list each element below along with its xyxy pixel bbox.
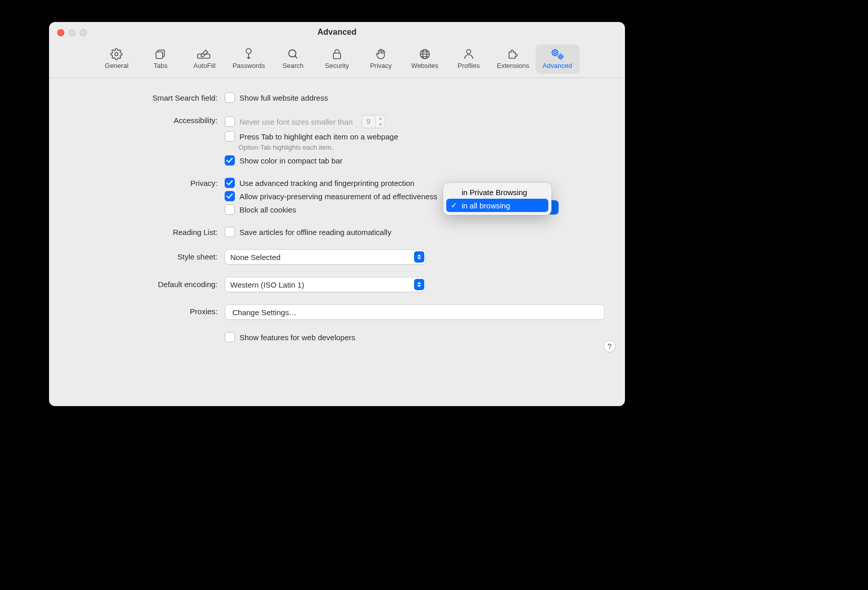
svg-point-13 [467, 50, 471, 54]
tabs-icon [154, 48, 166, 61]
pencil-field-icon [197, 48, 212, 61]
close-window-button[interactable] [57, 29, 64, 36]
min-font-size-stepper[interactable]: 9 ▴▾ [361, 115, 385, 128]
show-full-url-text: Show full website address [239, 93, 328, 102]
press-tab-text: Press Tab to highlight each item on a we… [239, 132, 398, 141]
save-offline-text: Save articles for offline reading automa… [239, 228, 391, 237]
style-sheet-label: Style sheet: [69, 249, 225, 261]
show-color-text: Show color in compact tab bar [239, 156, 343, 165]
titlebar: Advanced [49, 22, 625, 42]
tracking-mode-option-private[interactable]: in Private Browsing [446, 186, 548, 199]
question-mark-icon: ? [608, 342, 612, 350]
svg-point-0 [115, 53, 118, 56]
preferences-toolbar: General Tabs AutoFill Passwords [49, 42, 625, 74]
traffic-lights [57, 29, 87, 36]
checkmark-icon [450, 188, 457, 197]
min-font-size-value: 9 [362, 117, 375, 126]
tab-profiles[interactable]: Profiles [447, 44, 491, 74]
press-tab-checkbox[interactable] [225, 131, 235, 141]
svg-point-15 [552, 50, 558, 56]
style-sheet-select[interactable]: None Selected [225, 249, 426, 265]
default-encoding-label: Default encoding: [69, 277, 225, 289]
gear-icon [110, 48, 123, 61]
zoom-window-button[interactable] [80, 29, 87, 36]
svg-line-6 [295, 56, 297, 59]
option-tab-hint: Option-Tab highlights each item. [238, 144, 605, 151]
dev-features-text: Show features for web developers [239, 333, 355, 342]
ad-measurement-checkbox[interactable] [225, 191, 235, 201]
lock-icon [331, 48, 343, 61]
show-full-url-checkbox[interactable] [225, 92, 235, 103]
style-sheet-value: None Selected [230, 253, 280, 262]
reading-list-label: Reading List: [69, 227, 225, 237]
svg-rect-7 [333, 53, 341, 59]
svg-point-4 [246, 49, 251, 54]
tab-passwords[interactable]: Passwords [226, 44, 271, 74]
chevrons-icon [414, 251, 424, 263]
default-encoding-value: Western (ISO Latin 1) [230, 280, 304, 289]
advanced-tracking-checkbox[interactable] [225, 178, 235, 188]
show-color-checkbox[interactable] [225, 155, 235, 166]
svg-point-14 [553, 52, 556, 54]
tab-websites[interactable]: Websites [403, 44, 447, 74]
tracking-mode-menu: in Private Browsing ✓ in all browsing [443, 183, 551, 215]
checkmark-icon: ✓ [450, 201, 457, 210]
key-icon [243, 48, 254, 61]
svg-point-17 [558, 55, 562, 59]
tab-general[interactable]: General [94, 44, 138, 74]
svg-point-5 [288, 50, 296, 57]
puzzle-icon [507, 48, 519, 61]
help-button[interactable]: ? [604, 340, 616, 352]
option-text: in Private Browsing [462, 188, 527, 197]
advanced-tracking-text: Use advanced tracking and fingerprinting… [239, 179, 415, 187]
person-icon [463, 48, 474, 61]
window-title: Advanced [49, 28, 625, 37]
proxies-label: Proxies: [69, 304, 225, 316]
preferences-window: Advanced General Tabs AutoFill [49, 22, 625, 406]
block-cookies-text: Block all cookies [239, 205, 296, 214]
advanced-pane: Smart Search field: Show full website ad… [49, 78, 625, 360]
svg-point-16 [560, 56, 562, 58]
tracking-mode-option-all[interactable]: ✓ in all browsing [446, 199, 548, 212]
tab-privacy[interactable]: Privacy [359, 44, 403, 74]
svg-rect-2 [156, 52, 163, 59]
option-text: in all browsing [462, 201, 510, 210]
tab-search[interactable]: Search [271, 44, 315, 74]
default-encoding-select[interactable]: Western (ISO Latin 1) [225, 277, 426, 292]
privacy-label: Privacy: [69, 178, 225, 187]
change-settings-text: Change Settings… [232, 308, 297, 317]
min-font-size-checkbox[interactable] [225, 116, 235, 127]
min-font-size-text: Never use font sizes smaller than [239, 117, 353, 126]
block-cookies-checkbox[interactable] [225, 204, 235, 215]
save-offline-checkbox[interactable] [225, 227, 235, 237]
stepper-arrows-icon: ▴▾ [375, 115, 385, 128]
dev-features-checkbox[interactable] [225, 332, 235, 342]
globe-icon [419, 48, 431, 61]
minimize-window-button[interactable] [68, 29, 76, 36]
change-settings-button[interactable]: Change Settings… [225, 304, 605, 320]
tab-security[interactable]: Security [315, 44, 359, 74]
tab-tabs[interactable]: Tabs [138, 44, 182, 74]
double-gear-icon [550, 48, 565, 61]
accessibility-label: Accessibility: [69, 115, 225, 125]
chevrons-icon [414, 279, 424, 290]
tab-autofill[interactable]: AutoFill [182, 44, 226, 74]
tab-extensions[interactable]: Extensions [491, 44, 536, 74]
search-icon [287, 48, 299, 61]
smart-search-label: Smart Search field: [69, 92, 225, 102]
hand-icon [375, 48, 387, 61]
ad-measurement-text: Allow privacy-preserving measurement of … [239, 192, 437, 201]
tab-advanced[interactable]: Advanced [536, 44, 580, 74]
